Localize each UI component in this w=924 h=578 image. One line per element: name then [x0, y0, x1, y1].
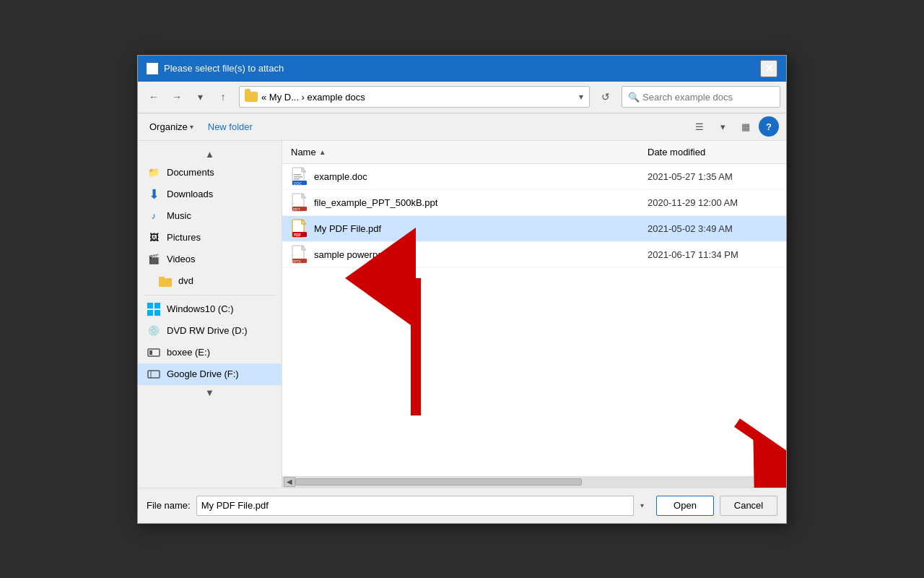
svg-text:PPT: PPT: [293, 207, 300, 212]
close-button[interactable]: ✕: [760, 60, 777, 77]
search-icon: 🔍: [628, 92, 640, 103]
pictures-icon: 🖼: [147, 230, 161, 245]
bottom-bar: File name: ▾ Open Cancel: [138, 488, 786, 523]
file-name-dropdown-button[interactable]: ▾: [633, 496, 650, 516]
windows-icon: [147, 302, 161, 316]
panel-view-icon: ▦: [741, 121, 750, 132]
file-icon-ppt: PPT: [291, 194, 308, 211]
file-list: DOC example.doc 2021-05-27 1:35 AM: [282, 164, 786, 476]
file-list-header: Name ▲ Date modified: [282, 141, 786, 164]
help-button[interactable]: ?: [759, 116, 779, 137]
sidebar: ▲ 📁 Documents ⬇ Downloads ♪ Music 🖼 Pict…: [138, 141, 282, 488]
scroll-left-button[interactable]: ◀: [284, 477, 295, 487]
svg-rect-5: [154, 303, 160, 309]
scroll-right-button[interactable]: ▶: [773, 477, 785, 487]
organize-chevron-icon: ▾: [190, 123, 193, 131]
sidebar-item-boxee[interactable]: boxee (E:): [138, 342, 282, 363]
file-pane: Name ▲ Date modified: [282, 141, 786, 488]
sidebar-item-dvd[interactable]: dvd: [138, 270, 282, 292]
back-button[interactable]: ←: [144, 87, 164, 107]
history-dropdown-button[interactable]: ▾: [190, 87, 210, 107]
svg-rect-9: [149, 350, 152, 355]
horizontal-scrollbar: ◀ ▶: [282, 476, 786, 488]
file-name-input[interactable]: [196, 496, 650, 516]
up-button[interactable]: ↑: [213, 87, 233, 107]
dialog-icon: [147, 63, 158, 74]
sidebar-item-googledrive[interactable]: Google Drive (F:): [138, 363, 282, 385]
svg-rect-19: [294, 176, 302, 178]
svg-rect-4: [147, 303, 153, 309]
panel-view-button[interactable]: ▦: [736, 116, 756, 137]
music-icon: ♪: [147, 209, 161, 223]
sidebar-item-label: Downloads: [167, 189, 213, 199]
search-input[interactable]: [642, 92, 774, 103]
sidebar-item-pictures[interactable]: 🖼 Pictures: [138, 227, 282, 249]
file-name-input-wrap: ▾: [196, 496, 650, 516]
svg-rect-7: [154, 310, 160, 316]
sidebar-item-dvdrw[interactable]: 💿 DVD RW Drive (D:): [138, 320, 282, 342]
sidebar-item-label: Pictures: [167, 232, 201, 243]
dialog-title: Please select file(s) to attach: [164, 63, 760, 74]
file-date: 2021-06-17 11:34 PM: [648, 249, 777, 260]
address-chevron-icon[interactable]: ▾: [578, 90, 585, 103]
address-text: « My D... › example docs: [261, 92, 578, 103]
sidebar-item-label: Videos: [167, 254, 196, 264]
svg-rect-18: [294, 174, 301, 176]
googledrive-icon: [147, 367, 161, 381]
svg-text:PDF: PDF: [294, 233, 301, 237]
sidebar-item-music[interactable]: ♪ Music: [138, 205, 282, 227]
file-name: example.doc: [314, 171, 648, 182]
refresh-button[interactable]: ↺: [596, 87, 616, 107]
documents-icon: 📁: [147, 165, 161, 180]
svg-rect-3: [159, 277, 165, 280]
view-chevron-button[interactable]: ▾: [712, 116, 733, 137]
column-name-label: Name: [291, 147, 316, 158]
file-icon-pptx: PPTX: [291, 246, 308, 263]
file-date: 2021-05-27 1:35 AM: [648, 171, 777, 182]
sidebar-scroll-up[interactable]: ▲: [138, 147, 282, 162]
column-name-header[interactable]: Name ▲: [291, 147, 648, 158]
sidebar-scroll-down[interactable]: ▼: [138, 385, 282, 400]
sidebar-item-videos[interactable]: 🎬 Videos: [138, 249, 282, 270]
file-date: 2021-05-02 3:49 AM: [648, 223, 777, 234]
open-button[interactable]: Open: [656, 496, 714, 516]
sidebar-item-label: Documents: [167, 167, 214, 178]
address-bar[interactable]: « My D... › example docs ▾: [239, 86, 590, 108]
file-pane-container: Name ▲ Date modified: [282, 141, 786, 488]
scrollbar-thumb[interactable]: [295, 478, 582, 486]
file-dialog: Please select file(s) to attach ✕ ← → ▾ …: [137, 55, 787, 524]
file-row[interactable]: DOC example.doc 2021-05-27 1:35 AM: [282, 164, 786, 190]
file-icon-pdf: PDF: [291, 220, 308, 237]
svg-rect-10: [148, 371, 160, 378]
new-folder-button[interactable]: New folder: [204, 119, 257, 134]
sidebar-item-documents[interactable]: 📁 Documents: [138, 162, 282, 184]
file-row[interactable]: PPTX sample powerpoint.pptx 2021-06-17 1…: [282, 242, 786, 268]
sidebar-item-windows10[interactable]: Windows10 (C:): [138, 298, 282, 320]
sidebar-divider-1: [144, 295, 276, 296]
title-bar: Please select file(s) to attach ✕: [138, 56, 786, 82]
downloads-icon: ⬇: [147, 187, 161, 202]
file-name: sample powerpoint.pptx: [314, 249, 648, 260]
view-buttons: ☰ ▾ ▦ ?: [689, 116, 779, 137]
list-view-icon: ☰: [695, 121, 704, 132]
sidebar-item-label: Music: [167, 210, 191, 221]
file-icon-doc: DOC: [291, 168, 308, 185]
file-name-label: File name:: [147, 500, 191, 511]
sidebar-item-label: Google Drive (F:): [167, 368, 239, 379]
cancel-button[interactable]: Cancel: [720, 496, 777, 516]
list-view-button[interactable]: ☰: [689, 116, 710, 137]
forward-button[interactable]: →: [167, 87, 187, 107]
file-row[interactable]: PDF My PDF File.pdf 2021-05-02 3:49 AM: [282, 216, 786, 242]
file-name: file_example_PPT_500kB.ppt: [314, 197, 648, 208]
file-name: My PDF File.pdf: [314, 223, 648, 234]
sidebar-item-label: boxee (E:): [167, 347, 210, 358]
organize-button[interactable]: Organize ▾: [145, 119, 198, 134]
column-date-header[interactable]: Date modified: [648, 147, 777, 158]
videos-icon: 🎬: [147, 252, 161, 267]
sidebar-item-label: DVD RW Drive (D:): [167, 325, 248, 336]
sidebar-item-downloads[interactable]: ⬇ Downloads: [138, 184, 282, 205]
svg-text:PPTX: PPTX: [292, 260, 301, 264]
action-bar: Organize ▾ New folder ☰ ▾ ▦ ?: [138, 113, 786, 141]
file-row[interactable]: PPT file_example_PPT_500kB.ppt 2020-11-2…: [282, 190, 786, 216]
file-date: 2020-11-29 12:00 AM: [648, 197, 777, 208]
